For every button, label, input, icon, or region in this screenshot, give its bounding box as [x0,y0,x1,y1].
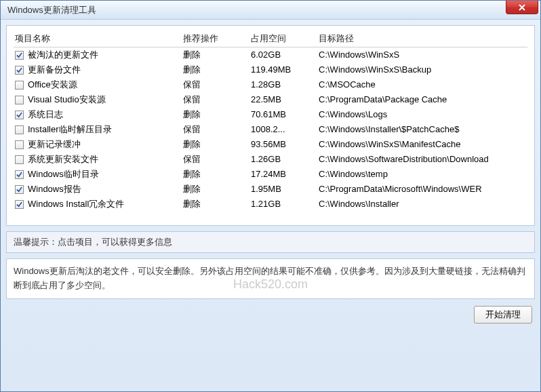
row-checkbox[interactable] [15,111,24,119]
close-button[interactable] [506,1,538,14]
cell-action: 删除 [183,182,251,197]
row-checkbox[interactable] [15,200,24,209]
cell-action: 保留 [183,122,251,137]
titlebar[interactable]: Windows更新清理工具 [1,1,540,20]
header-name[interactable]: 项目名称 [14,31,183,46]
watermark-text: Hack520.com [233,275,308,294]
row-checkbox[interactable] [15,125,24,134]
cell-path: C:\Windows\Logs [319,107,527,122]
cell-name: Windows临时目录 [14,167,183,182]
row-name-label: 被淘汰的更新文件 [28,47,98,62]
cell-path: C:\Windows\SoftwareDistribution\Download [319,152,527,167]
start-clean-button[interactable]: 开始清理 [474,306,532,324]
row-name-label: Windows报告 [28,182,81,197]
cell-size: 119.49MB [251,62,319,77]
cell-action: 保留 [183,92,251,107]
cell-name: 系统更新安装文件 [14,152,183,167]
row-checkbox[interactable] [15,185,24,194]
cell-action: 删除 [183,62,251,77]
row-name-label: Windows Install冗余文件 [28,197,124,212]
cell-size: 1.21GB [251,197,319,212]
row-checkbox[interactable] [15,81,24,90]
row-checkbox[interactable] [15,170,24,179]
row-name-label: Installer临时解压目录 [28,122,112,137]
row-name-label: Windows临时目录 [28,167,99,182]
table-row[interactable]: Windows Install冗余文件删除1.21GBC:\Windows\In… [14,197,527,212]
cell-name: 被淘汰的更新文件 [14,47,183,62]
table-row[interactable]: Visual Studio安装源保留22.5MBC:\ProgramData\P… [14,92,527,107]
cell-size: 17.24MB [251,167,319,182]
table-row[interactable]: 更新备份文件删除119.49MBC:\Windows\WinSxS\Backup [14,62,527,77]
cell-path: C:\MSOCache [319,77,527,92]
row-name-label: 系统更新安装文件 [28,152,98,167]
column-headers: 项目名称 推荐操作 占用空间 目标路径 [14,31,527,47]
cell-name: Office安装源 [14,77,183,92]
row-name-label: 系统日志 [28,107,63,122]
row-name-label: Visual Studio安装源 [28,92,106,107]
cell-name: Installer临时解压目录 [14,122,183,137]
header-path[interactable]: 目标路径 [319,31,527,46]
cell-name: Visual Studio安装源 [14,92,183,107]
rows-container: 被淘汰的更新文件删除6.02GBC:\Windows\WinSxS更新备份文件删… [14,47,527,212]
cell-name: 更新备份文件 [14,62,183,77]
cell-path: C:\Windows\WinSxS\ManifestCache [319,137,527,152]
cell-action: 删除 [183,197,251,212]
main-window: Windows更新清理工具 项目名称 推荐操作 占用空间 目标路径 被淘汰的更新… [0,0,541,392]
cell-size: 6.02GB [251,47,319,62]
cell-size: 22.5MB [251,92,319,107]
description-panel: Windows更新后淘汰的老文件，可以安全删除。另外该占用空间的结果可能不准确，… [6,258,535,299]
cell-path: C:\Windows\WinSxS\Backup [319,62,527,77]
cell-path: C:\Windows\temp [319,167,527,182]
table-row[interactable]: Windows报告删除1.95MBC:\ProgramData\Microsof… [14,182,527,197]
cell-action: 删除 [183,47,251,62]
cell-path: C:\ProgramData\Microsoft\Windows\WER [319,182,527,197]
hint-text: 温馨提示：点击项目，可以获得更多信息 [14,237,172,247]
cell-action: 删除 [183,167,251,182]
cell-name: 系统日志 [14,107,183,122]
cell-size: 70.61MB [251,107,319,122]
table-row[interactable]: Windows临时目录删除17.24MBC:\Windows\temp [14,167,527,182]
row-name-label: 更新备份文件 [28,62,81,77]
cell-path: C:\ProgramData\Package Cache [319,92,527,107]
close-icon [518,4,526,11]
cell-size: 1.28GB [251,77,319,92]
cell-size: 1.95MB [251,182,319,197]
items-list-panel: 项目名称 推荐操作 占用空间 目标路径 被淘汰的更新文件删除6.02GBC:\W… [6,25,535,226]
row-checkbox[interactable] [15,96,24,104]
content-area: 项目名称 推荐操作 占用空间 目标路径 被淘汰的更新文件删除6.02GBC:\W… [6,25,535,386]
cell-name: Windows报告 [14,182,183,197]
cell-size: 1.26GB [251,152,319,167]
cell-name: Windows Install冗余文件 [14,197,183,212]
cell-size: 93.56MB [251,137,319,152]
row-checkbox[interactable] [15,51,24,60]
header-size[interactable]: 占用空间 [251,31,319,46]
table-row[interactable]: Installer临时解压目录保留1008.2...C:\Windows\Ins… [14,122,527,137]
row-name-label: Office安装源 [28,77,77,92]
cell-name: 更新记录缓冲 [14,137,183,152]
cell-path: C:\Windows\WinSxS [319,47,527,62]
table-row[interactable]: 系统更新安装文件保留1.26GBC:\Windows\SoftwareDistr… [14,152,527,167]
cell-action: 删除 [183,107,251,122]
header-action[interactable]: 推荐操作 [183,31,251,46]
hint-panel: 温馨提示：点击项目，可以获得更多信息 [6,231,535,253]
row-name-label: 更新记录缓冲 [28,137,81,152]
cell-path: C:\Windows\Installer [319,197,527,212]
row-checkbox[interactable] [15,66,24,75]
cell-size: 1008.2... [251,122,319,137]
cell-action: 删除 [183,137,251,152]
table-row[interactable]: 系统日志删除70.61MBC:\Windows\Logs [14,107,527,122]
description-text: Windows更新后淘汰的老文件，可以安全删除。另外该占用空间的结果可能不准确，… [14,266,525,290]
row-checkbox[interactable] [15,155,24,164]
cell-action: 保留 [183,77,251,92]
table-row[interactable]: Office安装源保留1.28GBC:\MSOCache [14,77,527,92]
table-row[interactable]: 被淘汰的更新文件删除6.02GBC:\Windows\WinSxS [14,47,527,62]
table-row[interactable]: 更新记录缓冲删除93.56MBC:\Windows\WinSxS\Manifes… [14,137,527,152]
window-title: Windows更新清理工具 [7,4,96,16]
button-bar: 开始清理 [6,305,535,326]
cell-path: C:\Windows\Installer\$PatchCache$ [319,122,527,137]
row-checkbox[interactable] [15,140,24,149]
cell-action: 保留 [183,152,251,167]
